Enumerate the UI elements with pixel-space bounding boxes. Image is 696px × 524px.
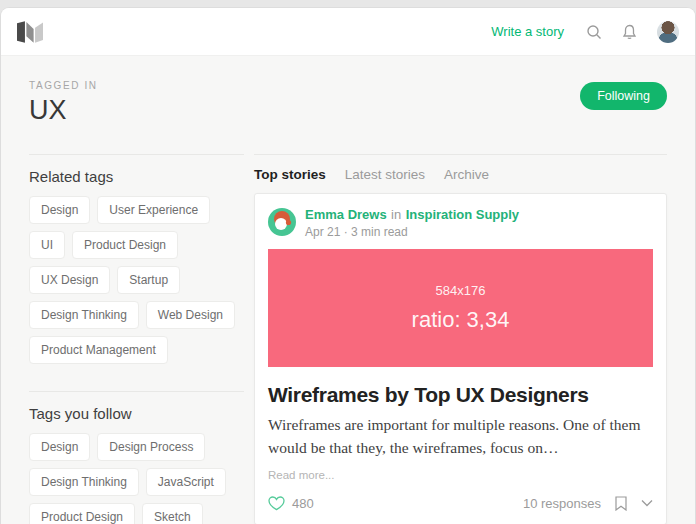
tags-you-follow-section: Tags you follow Design Design Process De… [29, 391, 244, 524]
like-control[interactable]: 480 [268, 496, 314, 511]
tag-chip[interactable]: Product Management [29, 336, 168, 364]
tags-you-follow-list: Design Design Process Design Thinking Ja… [29, 433, 244, 524]
tab-latest-stories[interactable]: Latest stories [345, 167, 425, 182]
story-date-line: Apr 21 · 3 min read [305, 225, 519, 239]
tag-chip[interactable]: Design Thinking [29, 301, 139, 329]
page-title: UX [29, 95, 98, 126]
heart-icon [268, 496, 285, 511]
sidebar: Related tags Design User Experience UI P… [29, 154, 244, 524]
medium-logo-icon[interactable] [17, 21, 43, 43]
read-more-link[interactable]: Read more... [268, 469, 653, 481]
search-icon[interactable] [586, 24, 602, 40]
tag-chip[interactable]: Design Thinking [29, 468, 139, 496]
write-story-link[interactable]: Write a story [491, 24, 564, 39]
story-author-row: Emma Drews in Inspiration Supply Apr 21 … [268, 205, 653, 239]
tag-chip[interactable]: JavaScript [146, 468, 226, 496]
tag-chip[interactable]: Startup [117, 266, 180, 294]
story-excerpt: Wireframes are important for multiple re… [268, 413, 653, 460]
stories-tabs: Top stories Latest stories Archive [254, 155, 667, 182]
tag-chip[interactable]: Web Design [146, 301, 235, 329]
story-card-footer: 480 10 responses [268, 496, 653, 511]
tag-header-text: TAGGED IN UX [29, 80, 98, 126]
likes-count: 480 [292, 496, 314, 511]
publication-link[interactable]: Inspiration Supply [406, 207, 519, 222]
tab-archive[interactable]: Archive [444, 167, 489, 182]
tagged-in-label: TAGGED IN [29, 80, 98, 91]
tag-chip[interactable]: UI [29, 231, 65, 259]
tab-top-stories[interactable]: Top stories [254, 167, 326, 182]
story-cover-image[interactable]: 584x176 ratio: 3,34 [268, 249, 653, 367]
tag-chip[interactable]: UX Design [29, 266, 110, 294]
byline: Emma Drews in Inspiration Supply [305, 205, 519, 223]
responses-link[interactable]: 10 responses [523, 496, 601, 511]
tag-chip[interactable]: Design [29, 196, 90, 224]
tag-chip[interactable]: Sketch [142, 503, 203, 524]
related-tags-heading: Related tags [29, 168, 244, 185]
content-columns: Related tags Design User Experience UI P… [1, 154, 695, 524]
following-button[interactable]: Following [580, 82, 667, 110]
tag-chip[interactable]: Design Process [97, 433, 205, 461]
tag-chip[interactable]: Product Design [72, 231, 178, 259]
byline-in-word: in [391, 207, 401, 222]
image-size-label: 584x176 [436, 283, 486, 298]
related-tags-section: Related tags Design User Experience UI P… [29, 155, 244, 371]
chevron-down-icon[interactable] [641, 499, 653, 507]
tags-you-follow-heading: Tags you follow [29, 405, 244, 422]
story-title[interactable]: Wireframes by Top UX Designers [268, 383, 653, 407]
tag-chip[interactable]: Product Design [29, 503, 135, 524]
author-meta: Emma Drews in Inspiration Supply Apr 21 … [305, 205, 519, 239]
footer-right-group: 10 responses [523, 496, 653, 511]
notifications-bell-icon[interactable] [622, 24, 637, 40]
tag-chip[interactable]: User Experience [97, 196, 210, 224]
top-nav: Write a story [1, 8, 695, 56]
tag-header: TAGGED IN UX Following [1, 56, 695, 126]
story-card: Emma Drews in Inspiration Supply Apr 21 … [254, 193, 667, 524]
user-avatar[interactable] [657, 21, 679, 43]
tag-chip[interactable]: Design [29, 433, 90, 461]
author-name-link[interactable]: Emma Drews [305, 207, 387, 222]
app-window: Write a story TAGGED IN UX Following Rel… [1, 8, 695, 524]
main-column: Top stories Latest stories Archive [254, 154, 667, 524]
bookmark-icon[interactable] [615, 496, 627, 511]
author-avatar[interactable] [268, 208, 296, 236]
image-ratio-label: ratio: 3,34 [412, 307, 510, 333]
related-tags-list: Design User Experience UI Product Design… [29, 196, 244, 371]
